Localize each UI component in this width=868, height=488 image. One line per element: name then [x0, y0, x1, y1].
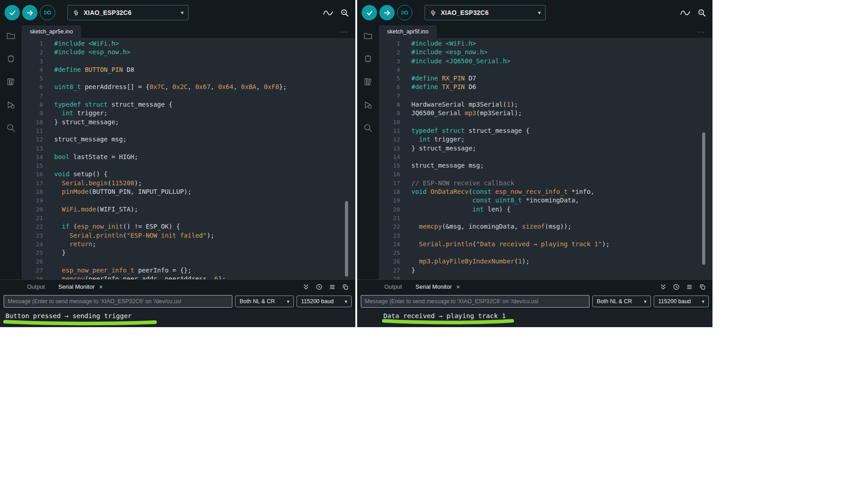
code-line[interactable] — [54, 127, 355, 135]
serial-message-input[interactable] — [361, 295, 590, 308]
code-line[interactable]: typedef struct struct_message { — [411, 127, 712, 135]
code-line[interactable] — [411, 275, 712, 279]
code-line[interactable] — [411, 249, 712, 257]
serial-monitor-button[interactable] — [698, 9, 706, 17]
code-line[interactable]: void OnDataRecv(const esp_now_recv_info_… — [411, 188, 712, 196]
code-line[interactable]: pinMode(BUTTON_PIN, INPUT_PULLUP); — [54, 188, 355, 196]
code-line[interactable]: struct_message msg; — [54, 135, 355, 144]
code-line[interactable]: int trigger; — [54, 109, 355, 117]
code-line[interactable] — [54, 144, 355, 153]
scroll-lock-button[interactable] — [686, 283, 693, 291]
more-actions-icon[interactable]: ··· — [340, 29, 348, 34]
sidebar-item-debug[interactable] — [363, 100, 373, 110]
debug-button[interactable] — [397, 5, 412, 20]
tab-output[interactable]: Output — [384, 283, 402, 290]
sidebar-item-search[interactable] — [6, 123, 16, 133]
code-line[interactable]: Serial.println("ESP-NOW init failed"); — [54, 231, 355, 240]
code-line[interactable]: } struct_message; — [411, 144, 712, 153]
code-editor[interactable]: 1234567891011121314151617181920212223242… — [379, 38, 712, 279]
code-lines[interactable]: #include <WiFi.h>#include <esp_now.h>#in… — [407, 38, 712, 279]
code-line[interactable]: #include <JQ6500_Serial.h> — [411, 57, 712, 66]
serial-message-input[interactable] — [4, 295, 232, 308]
serial-plotter-button[interactable] — [680, 9, 690, 17]
sidebar-item-library-manager[interactable] — [363, 77, 373, 87]
code-line[interactable] — [411, 153, 712, 161]
code-line[interactable] — [411, 214, 712, 222]
code-line[interactable] — [411, 92, 712, 100]
board-selector[interactable]: XIAO_ESP32C6 ▾ — [425, 5, 546, 20]
code-line[interactable] — [54, 196, 355, 205]
sidebar-item-boards-manager[interactable] — [6, 54, 16, 64]
code-line[interactable]: } struct_message; — [54, 118, 355, 127]
code-line[interactable]: void setup() { — [54, 170, 355, 178]
code-line[interactable]: Serial.println("Data received → playing … — [411, 240, 712, 249]
code-line[interactable] — [54, 57, 355, 66]
code-line[interactable]: return; — [54, 240, 355, 249]
code-line[interactable] — [54, 161, 355, 170]
code-editor[interactable]: 1234567891011121314151617181920212223242… — [22, 38, 355, 279]
baud-rate-select[interactable]: 115200 baud ▾ — [297, 296, 352, 307]
timestamp-toggle-button[interactable] — [673, 283, 680, 291]
code-line[interactable]: #include <esp_now.h> — [411, 48, 712, 56]
sidebar-item-sketchbook[interactable] — [363, 31, 373, 41]
sidebar-item-boards-manager[interactable] — [363, 54, 373, 64]
board-selector[interactable]: XIAO_ESP32C6 ▾ — [67, 5, 189, 20]
editor-tab[interactable]: sketch_apr5f.ino — [379, 25, 437, 38]
timestamp-toggle-button[interactable] — [316, 283, 323, 291]
code-line[interactable] — [411, 118, 712, 127]
code-line[interactable]: #define BUTTON_PIN D8 — [54, 66, 355, 74]
code-line[interactable]: #include <WiFi.h> — [411, 39, 712, 48]
tab-serial-monitor[interactable]: Serial Monitor × — [415, 283, 460, 291]
close-icon[interactable]: × — [99, 283, 103, 291]
code-line[interactable]: struct_message msg; — [411, 161, 712, 170]
code-line[interactable]: // ESP-NOW receive callback — [411, 179, 712, 188]
verify-button[interactable] — [5, 5, 20, 20]
code-line[interactable]: #include <WiFi.h> — [54, 39, 355, 48]
code-lines[interactable]: #include <WiFi.h>#include <esp_now.h> #d… — [50, 38, 355, 279]
close-icon[interactable]: × — [456, 283, 460, 291]
tab-serial-monitor[interactable]: Serial Monitor × — [58, 283, 103, 291]
code-line[interactable]: esp_now_peer_info_t peerInfo = {}; — [54, 266, 355, 275]
code-line[interactable]: #define TX_PIN D6 — [411, 83, 712, 91]
collapse-panel-button[interactable] — [302, 283, 310, 291]
code-line[interactable] — [54, 92, 355, 100]
code-line[interactable]: mp3.playFileByIndexNumber(1); — [411, 257, 712, 266]
code-line[interactable] — [54, 214, 355, 222]
code-line[interactable]: bool lastState = HIGH; — [54, 153, 355, 161]
code-line[interactable] — [54, 74, 355, 83]
code-line[interactable]: typedef struct struct_message { — [54, 100, 355, 109]
code-line[interactable]: uint8_t peerAddress[] = {0x7C, 0x2C, 0x6… — [54, 83, 355, 91]
line-ending-select[interactable]: Both NL & CR ▾ — [235, 296, 294, 307]
line-ending-select[interactable]: Both NL & CR ▾ — [592, 296, 651, 307]
sidebar-item-library-manager[interactable] — [6, 77, 16, 87]
code-line[interactable]: #define RX_PIN D7 — [411, 74, 712, 83]
editor-scrollbar[interactable] — [702, 132, 705, 265]
tab-output[interactable]: Output — [27, 283, 45, 290]
serial-plotter-button[interactable] — [323, 9, 333, 17]
upload-button[interactable] — [22, 5, 38, 20]
code-line[interactable]: Serial.begin(115200); — [54, 179, 355, 188]
code-line[interactable]: WiFi.mode(WIFI_STA); — [54, 205, 355, 214]
sidebar-item-search[interactable] — [363, 123, 373, 133]
debug-button[interactable] — [40, 5, 55, 20]
code-line[interactable]: memcpy(&msg, incomingData, sizeof(msg)); — [411, 222, 712, 231]
code-line[interactable]: int trigger; — [411, 135, 712, 144]
more-actions-icon[interactable]: ··· — [697, 29, 705, 34]
code-line[interactable]: } — [54, 249, 355, 257]
scroll-lock-button[interactable] — [329, 283, 336, 291]
code-line[interactable] — [411, 231, 712, 240]
editor-scrollbar[interactable] — [345, 201, 348, 277]
code-line[interactable]: if (esp_now_init() != ESP_OK) { — [54, 222, 355, 231]
baud-rate-select[interactable]: 115200 baud ▾ — [654, 296, 709, 307]
code-line[interactable] — [411, 170, 712, 178]
code-line[interactable] — [411, 66, 712, 74]
upload-button[interactable] — [379, 5, 395, 20]
copy-output-button[interactable] — [699, 283, 706, 291]
code-line[interactable]: HardwareSerial mp3Serial(1); — [411, 100, 712, 109]
code-line[interactable]: JQ6500_Serial mp3(mp3Serial); — [411, 109, 712, 117]
sidebar-item-sketchbook[interactable] — [6, 31, 16, 41]
code-line[interactable]: int len) { — [411, 205, 712, 214]
editor-tab[interactable]: sketch_apr5e.ino — [22, 25, 81, 38]
serial-monitor-button[interactable] — [340, 9, 349, 17]
copy-output-button[interactable] — [342, 283, 349, 291]
